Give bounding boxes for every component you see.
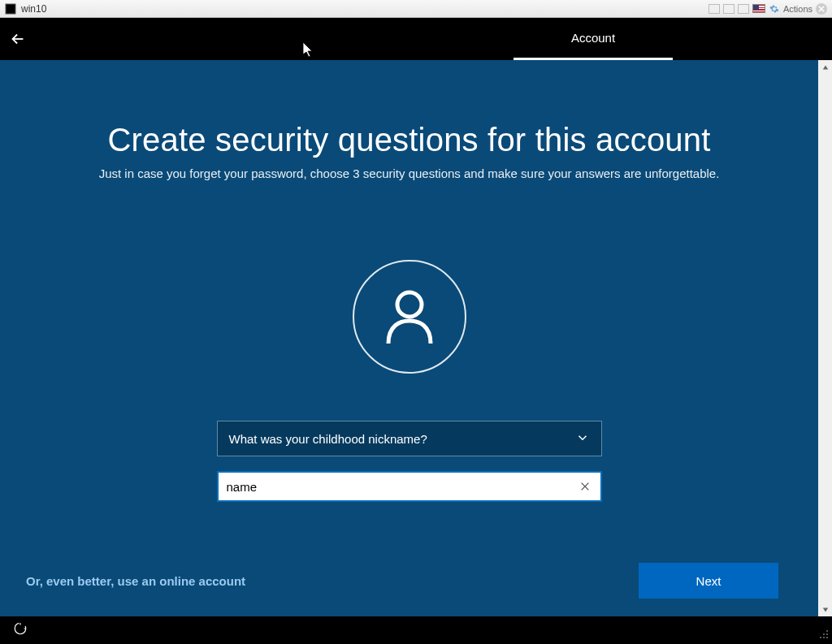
- top-nav: Account: [0, 18, 832, 60]
- content-wrap: Create security questions for this accou…: [0, 60, 832, 616]
- scrollbar[interactable]: [818, 60, 832, 616]
- close-icon[interactable]: [816, 3, 827, 15]
- clear-input-icon[interactable]: [574, 476, 596, 497]
- oobe-content: Create security questions for this accou…: [0, 60, 818, 616]
- svg-point-8: [826, 637, 828, 638]
- next-button[interactable]: Next: [639, 563, 778, 599]
- actions-label[interactable]: Actions: [783, 4, 812, 14]
- tab-label: Account: [514, 18, 673, 58]
- bottom-bar: [0, 616, 832, 644]
- window-control-2[interactable]: [723, 4, 734, 14]
- user-avatar-icon: [353, 260, 466, 374]
- cursor-icon: [303, 42, 314, 62]
- window-title: win10: [21, 3, 46, 15]
- svg-point-7: [823, 637, 825, 638]
- ease-of-access-icon[interactable]: [13, 621, 28, 639]
- back-button[interactable]: [0, 18, 36, 60]
- dropdown-selected-label: What was your childhood nickname?: [229, 432, 427, 446]
- svg-point-3: [826, 630, 828, 632]
- gear-icon[interactable]: [769, 3, 780, 15]
- resize-grip-icon[interactable]: [819, 628, 829, 642]
- page-title: Create security questions for this accou…: [0, 60, 818, 158]
- titlebar-right-controls: Actions: [708, 3, 827, 15]
- svg-point-6: [820, 637, 821, 638]
- svg-point-4: [823, 633, 825, 635]
- window-control-1[interactable]: [708, 4, 720, 14]
- flag-us-icon[interactable]: [752, 4, 765, 13]
- svg-point-5: [826, 633, 828, 635]
- tab-account[interactable]: Account: [514, 18, 673, 60]
- fields-container: What was your childhood nickname?: [217, 421, 602, 502]
- svg-rect-0: [6, 4, 15, 14]
- window-titlebar: win10 Actions: [0, 0, 832, 18]
- use-online-account-link[interactable]: Or, even better, use an online account: [26, 574, 245, 588]
- app-icon: [5, 3, 16, 15]
- security-question-dropdown[interactable]: What was your childhood nickname?: [217, 421, 602, 456]
- footer-row: Or, even better, use an online account N…: [0, 563, 804, 616]
- window-control-3[interactable]: [738, 4, 749, 14]
- answer-input-container: [217, 471, 602, 502]
- scroll-up-icon[interactable]: [818, 60, 832, 74]
- security-answer-input[interactable]: [227, 473, 574, 500]
- page-subtitle: Just in case you forget your password, c…: [0, 166, 818, 180]
- svg-point-1: [397, 292, 422, 317]
- chevron-down-icon: [575, 430, 590, 447]
- scroll-down-icon[interactable]: [818, 603, 832, 616]
